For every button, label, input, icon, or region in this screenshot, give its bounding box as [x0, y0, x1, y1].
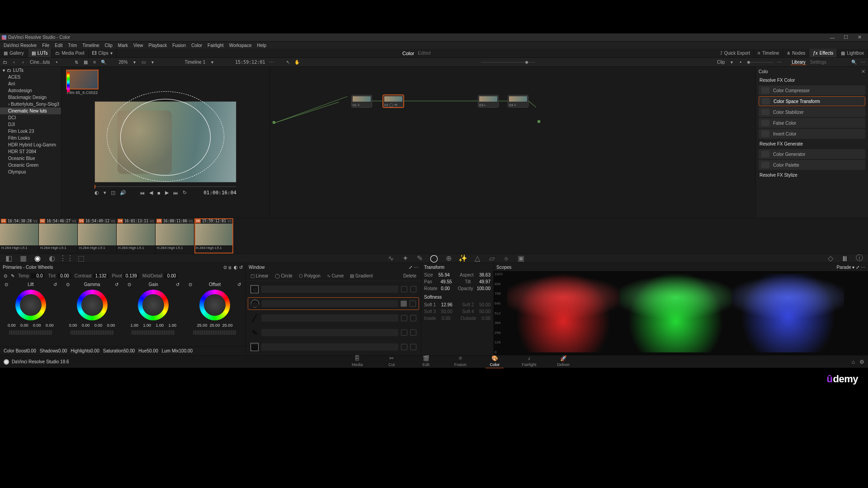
thumbnail-timeline[interactable]: 0116:54:30:28V1H.264 High L5.10216:54:46… [0, 218, 868, 254]
search-icon[interactable]: 🔍 [851, 59, 857, 66]
luts-folder[interactable]: Astrodesign [0, 87, 61, 94]
menu-item[interactable]: Color [189, 43, 205, 48]
param-value[interactable]: 100.00 [476, 286, 491, 291]
more-icon[interactable]: ⋯ [861, 265, 865, 270]
tab-clips[interactable]: 🎞Clips▾ [89, 49, 117, 57]
param-value[interactable]: 1.132 [94, 273, 108, 278]
reset-icon[interactable]: ↺ [53, 282, 57, 287]
wheel-value[interactable]: 0.00 [32, 323, 42, 328]
palette-color-match-icon[interactable]: ▦ [19, 255, 27, 262]
viewer[interactable]: ◐ ▾ ◫ 🔊 ⏮ ◀ ■ ▶ ⏭ ↻ 01:00:16:04 [61, 99, 269, 218]
wheel-value[interactable]: 1.00 [167, 323, 178, 328]
more-icon[interactable]: ⋯ [269, 59, 275, 66]
library-item[interactable]: Color Stabilizer [759, 107, 865, 117]
chevron-right-icon[interactable]: › [20, 59, 26, 66]
menu-item[interactable]: Playback [146, 43, 170, 48]
param-value[interactable]: 12.96 [441, 302, 453, 307]
node-03[interactable]: 03• [478, 95, 499, 108]
menu-item[interactable]: Trim [66, 43, 80, 48]
param-value[interactable]: 0.00 [441, 286, 449, 291]
mask-toggle[interactable] [401, 286, 407, 292]
param-value[interactable]: 55.94 [439, 272, 450, 277]
luts-folder[interactable]: › Butterlyluts_Sony-Slog3 [0, 101, 61, 108]
wheel-value[interactable]: 0.00 [19, 323, 30, 328]
page-cut[interactable]: ✂Cut [374, 355, 409, 368]
palette-3d-icon[interactable]: ▣ [517, 255, 525, 262]
palette-curves-icon[interactable]: ∿ [387, 255, 395, 262]
library-item[interactable]: Invert Color [759, 129, 865, 139]
palette-motion-icon[interactable]: ⬚ [77, 255, 85, 262]
param-value[interactable]: 49.97 [479, 279, 491, 284]
param-value[interactable]: 0.0 [31, 273, 44, 278]
menu-item[interactable]: Clip [102, 43, 115, 48]
menu-item[interactable]: Mark [115, 43, 131, 48]
wheel-value[interactable]: 0.00 [80, 323, 91, 328]
chevron-down-icon[interactable]: ▾ [851, 265, 856, 270]
expand-icon[interactable]: ⤢ [856, 265, 859, 270]
palette-bsl-icon[interactable]: △ [473, 255, 481, 262]
clip-thumbnail[interactable]: 0316:54:49:12V1H.264 High L5.1 [78, 218, 117, 253]
window-item-gradient[interactable]: ▤ [248, 341, 419, 353]
picker-icon[interactable]: ⊙ [4, 273, 7, 278]
menu-item[interactable]: DaVinci Resolve [1, 43, 39, 48]
menu-item[interactable]: View [131, 43, 146, 48]
tab-lightbox[interactable]: ▦Lightbox [837, 49, 868, 57]
zoom-value[interactable]: 26% [118, 60, 128, 65]
mode-bars-icon[interactable]: ⫼ [228, 265, 232, 270]
clip-thumbnail[interactable]: 0516:00:11:06V1H.264 High L5.1 [156, 218, 194, 253]
palette-camera-raw-icon[interactable]: ◧ [5, 255, 13, 262]
palette-keyframes-icon[interactable]: ◇ [826, 255, 835, 262]
picker-icon[interactable]: ⊙ [5, 282, 8, 287]
menu-item[interactable]: Fusion [170, 43, 189, 48]
invert-toggle[interactable] [410, 286, 416, 292]
bypass-icon[interactable]: ◐ [94, 190, 99, 196]
wheel-value[interactable]: 25.00 [209, 323, 220, 328]
menu-item[interactable]: Edit [52, 43, 65, 48]
luts-folder[interactable]: DJI [0, 121, 61, 128]
expand-icon[interactable]: ⤢ [409, 265, 412, 270]
clip-thumbnail[interactable]: 0416:01:13:11V1H.264 High L5.1 [117, 218, 156, 253]
tab-gallery[interactable]: ▦Gallery [0, 49, 28, 57]
invert-toggle[interactable] [410, 315, 416, 321]
param-value[interactable]: 0.00 [58, 348, 67, 353]
browser-path[interactable]: Cine...luts [29, 60, 51, 65]
thumb-view-icon[interactable]: ▦ [82, 59, 89, 66]
library-item[interactable]: False Color [759, 118, 865, 128]
chevron-down-icon[interactable]: ▾ [149, 59, 156, 66]
param-value[interactable]: 0.00 [164, 273, 178, 278]
picker-icon[interactable]: ⊙ [127, 282, 131, 287]
clip-thumbnail[interactable]: 0116:54:30:28V1H.264 High L5.1 [0, 218, 39, 253]
node-01[interactable]: 01≡ [351, 95, 372, 108]
invert-toggle[interactable] [410, 344, 416, 350]
tab-quick-export[interactable]: ⤴Quick Export [717, 49, 754, 57]
window-item-circle[interactable]: ◯ [248, 297, 419, 310]
menu-item[interactable]: Fairlight [205, 43, 226, 48]
palette-warper-icon[interactable]: ✦ [401, 255, 409, 262]
first-frame-button[interactable]: ⏮ [140, 190, 145, 196]
last-frame-button[interactable]: ⏭ [173, 190, 178, 196]
reset-icon[interactable]: ↺ [115, 282, 118, 287]
tab-nodes[interactable]: ⋔Nodes [783, 49, 809, 57]
chevron-down-icon[interactable]: ▾ [209, 59, 215, 66]
luts-folder[interactable]: HDR Hybrid Log-Gamm [0, 141, 61, 148]
close-button[interactable]: ✕ [853, 34, 866, 40]
stop-button[interactable]: ■ [157, 190, 160, 196]
wheel-value[interactable]: 25.00 [222, 323, 233, 328]
wheel-value[interactable]: 0.00 [106, 323, 117, 328]
page-fusion[interactable]: ⚛Fusion [443, 355, 477, 368]
bullet-icon[interactable]: • [53, 59, 60, 66]
picker-icon[interactable]: ⊙ [189, 282, 192, 287]
mode-log-icon[interactable]: ◐ [234, 265, 238, 270]
param-value[interactable]: 50.00 [123, 348, 135, 353]
loop-button[interactable]: ↻ [183, 190, 187, 196]
master-jog[interactable] [9, 330, 52, 335]
more-icon[interactable]: ⋯ [860, 59, 866, 66]
hand-tool-icon[interactable]: ✋ [294, 59, 300, 66]
luts-folder[interactable]: Blackmagic Design [0, 94, 61, 101]
master-jog[interactable] [193, 330, 236, 335]
master-jog[interactable] [71, 330, 114, 335]
clip-label[interactable]: Clip [716, 60, 726, 65]
window-item-polygon[interactable]: ╱ [248, 312, 419, 324]
viewer-canvas[interactable] [94, 101, 236, 183]
chevron-down-icon[interactable]: ▾ [728, 59, 735, 66]
